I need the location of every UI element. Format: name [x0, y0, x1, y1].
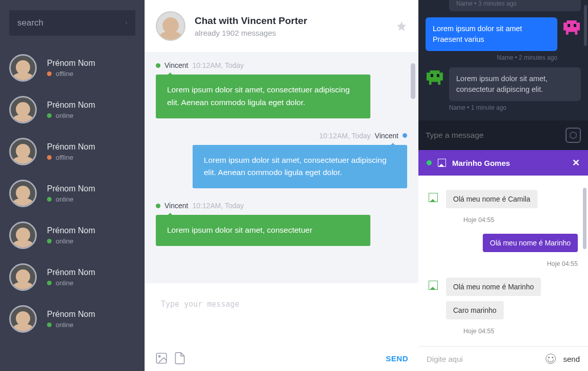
status-dot: [47, 155, 52, 160]
message-group: Olá meu nome é CamilaHoje 04:55: [429, 190, 578, 224]
message-bubble: Olá meu nome é Camila: [446, 190, 537, 208]
message-group: Olá meu nome é MarinhoCaro marinhoHoje 0…: [429, 278, 578, 335]
alien-icon: [563, 20, 580, 35]
send-button[interactable]: [566, 128, 581, 143]
contact-name: Prénom Nom: [47, 142, 95, 152]
message-time: Hoje 04:55: [463, 328, 494, 335]
status-dot: [47, 323, 52, 327]
contact-status: online: [56, 321, 74, 329]
svg-point-3: [159, 356, 160, 357]
message-bubble: Lorem ipsum dolor sit amet, consectetuer…: [193, 145, 407, 189]
chat-header: Chat with Vincent Porter already 1902 me…: [145, 0, 418, 52]
search-icon: [126, 17, 127, 29]
attach-file-icon[interactable]: [173, 352, 186, 365]
contact-name: Prénom Nom: [47, 59, 95, 68]
contact-status: offline: [56, 154, 73, 161]
status-dot: [156, 63, 160, 68]
main-chat-panel: Chat with Vincent Porter already 1902 me…: [145, 0, 418, 371]
contact-name: Prénom Nom: [47, 226, 95, 235]
chat-message: Vincent 10:12AM, TodayLorem ipsum dolor …: [156, 202, 407, 246]
contact-item[interactable]: Prénom Nom online: [9, 172, 135, 214]
contact-item[interactable]: Prénom Nom online: [9, 214, 135, 256]
contact-item[interactable]: Prénom Nom online: [9, 89, 135, 131]
search-box[interactable]: [9, 10, 135, 36]
dark-message-composer: [418, 120, 588, 150]
message-composer: SEND: [145, 283, 418, 371]
send-button[interactable]: send: [563, 355, 580, 363]
contact-item[interactable]: Prénom Nom offline: [9, 131, 135, 172]
message-meta: Name • 1 minute ago: [449, 104, 581, 111]
contact-item[interactable]: Prénom Nom online: [9, 256, 135, 298]
chat-partner-name: Marinho Gomes: [452, 159, 566, 167]
user-avatar: [426, 68, 444, 87]
message-meta: Name • 3 minutes ago: [449, 0, 581, 11]
chat-subtitle: already 1902 messages: [195, 29, 387, 37]
message-time: 10:12AM, Today: [192, 61, 244, 69]
purple-message-thread[interactable]: Olá meu nome é CamilaHoje 04:55Olá meu n…: [418, 176, 588, 346]
contact-avatar: [9, 263, 37, 291]
svg-marker-4: [570, 132, 576, 138]
alien-icon: [427, 70, 443, 85]
scrollbar-thumb[interactable]: [584, 5, 587, 46]
contacts-sidebar: Prénom Nom offline Prénom Nom online Pré…: [0, 0, 145, 371]
contact-item[interactable]: Prénom Nom online: [9, 298, 135, 340]
status-dot: [47, 113, 52, 118]
contact-name: Prénom Nom: [47, 310, 95, 319]
purple-message-input[interactable]: [427, 355, 538, 363]
message-bubble: Lorem ipsum dolor sit amet, consectetuer…: [156, 75, 370, 118]
message-bubble: Caro marinho: [446, 301, 504, 319]
contact-avatar: [9, 221, 37, 249]
message-time: 10:12AM, Today: [319, 132, 371, 140]
user-avatar: [562, 18, 581, 37]
scrollbar-thumb[interactable]: [583, 188, 586, 249]
chat-partner-avatar[interactable]: [156, 11, 185, 41]
purple-composer: send: [418, 346, 588, 371]
svg-point-0: [126, 22, 127, 23]
contact-status: online: [56, 112, 74, 119]
outgoing-message: Lorem ipsum dolor sit amet Praesent vari…: [426, 17, 581, 61]
contact-item[interactable]: Prénom Nom offline: [9, 47, 135, 89]
close-icon[interactable]: ✕: [572, 157, 580, 168]
chat-message: Vincent 10:12AM, TodayLorem ipsum dolor …: [156, 61, 407, 118]
status-dot: [47, 281, 52, 285]
search-input[interactable]: [17, 18, 126, 28]
message-input[interactable]: [152, 290, 411, 352]
message-sender: Vincent: [375, 132, 398, 140]
chat-message: 10:12AM, Today VincentLorem ipsum dolor …: [156, 132, 407, 189]
chat-title: Chat with Vincent Porter: [195, 15, 387, 27]
purple-chat-header: Marinho Gomes ✕: [418, 150, 588, 176]
message-sender: Vincent: [164, 202, 188, 210]
image-placeholder-icon: [429, 193, 438, 202]
attach-image-icon[interactable]: [155, 352, 168, 365]
status-dot: [47, 197, 52, 202]
image-placeholder-icon: [429, 281, 438, 290]
message-bubble: Lorem ipsum dolor sit amet Praesent vari…: [426, 17, 557, 51]
status-dot: [47, 71, 52, 76]
contact-avatar: [9, 305, 37, 333]
status-dot: [47, 239, 52, 243]
contact-status: offline: [56, 70, 73, 78]
contact-name: Prénom Nom: [47, 184, 95, 193]
scrollbar-thumb[interactable]: [411, 63, 415, 99]
message-thread[interactable]: Vincent 10:12AM, TodayLorem ipsum dolor …: [145, 52, 418, 283]
message-time: Hoje 04:55: [463, 216, 494, 224]
contact-avatar: [9, 138, 37, 165]
send-button[interactable]: SEND: [386, 354, 408, 363]
image-placeholder-icon: [438, 159, 446, 167]
contact-avatar: [9, 96, 37, 123]
status-dot: [156, 204, 160, 208]
incoming-message: Lorem ipsum dolor sit amet, consectetur …: [426, 67, 581, 111]
contact-name: Prénom Nom: [47, 268, 95, 277]
message-sender: Vincent: [164, 61, 188, 69]
message-group: Olá meu nome é MarinhoHoje 04:55: [429, 234, 578, 267]
message-bubble: Olá meu nome é Marinho: [483, 234, 578, 252]
dark-chat-widget: Name • 3 minutes ago Lorem ipsum dolor s…: [418, 0, 588, 150]
online-status-dot: [427, 160, 432, 165]
message-time: Hoje 04:55: [547, 260, 578, 267]
dark-message-input[interactable]: [426, 131, 566, 140]
contact-status: online: [56, 237, 74, 245]
favorite-star-icon[interactable]: [396, 20, 407, 32]
emoji-icon[interactable]: [546, 354, 556, 364]
contact-status: online: [56, 195, 74, 203]
contact-avatar: [9, 180, 37, 207]
